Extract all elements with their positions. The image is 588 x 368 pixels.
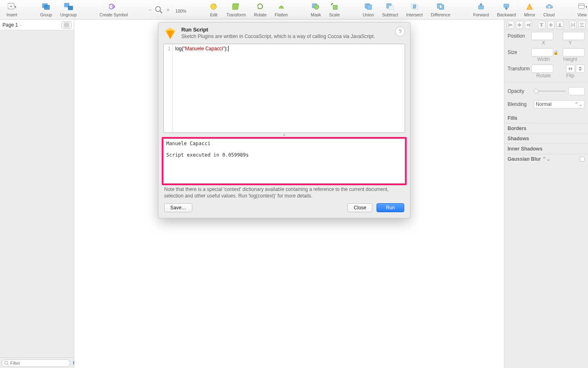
close-button[interactable]: Close (347, 203, 372, 212)
svg-rect-4 (45, 5, 49, 9)
borders-section[interactable]: Borders (504, 123, 588, 133)
zoom-in-button[interactable]: + (165, 7, 171, 13)
svg-rect-16 (367, 5, 372, 9)
chevron-down-icon: ⌵ (20, 23, 22, 27)
svg-line-8 (160, 11, 162, 13)
shadows-section[interactable]: Shadows (504, 133, 588, 144)
insert-button[interactable]: ＋▾ Insert (2, 2, 21, 17)
svg-marker-55 (568, 67, 570, 70)
svg-rect-10 (232, 4, 239, 9)
magnifier-icon (155, 6, 163, 14)
svg-rect-30 (64, 25, 66, 27)
splitter-handle[interactable]: ● (158, 133, 410, 136)
code-content[interactable]: log("Manuele Capacci"); (173, 44, 405, 132)
svg-marker-23 (527, 4, 532, 9)
chevron-updown-icon: ⌃⌄ (575, 101, 583, 107)
page-selector[interactable]: Page 1 ⌵ (2, 22, 62, 28)
toolbar: ＋▾ Insert Group Ungroup Create Symbol − … (0, 0, 588, 20)
script-output: Manuele Capacci Script executed in 0.059… (163, 139, 405, 184)
mirror-button[interactable]: Mirror (520, 2, 539, 17)
layers-sidebar: Page 1 ⌵ 0 0 (0, 20, 74, 368)
svg-line-33 (7, 364, 9, 365)
transform-button[interactable]: Transform (222, 2, 249, 17)
fills-section[interactable]: Fills (504, 113, 588, 123)
svg-rect-46 (550, 23, 552, 27)
distribute-h-button[interactable] (569, 21, 577, 29)
sketch-app-icon (163, 27, 177, 40)
svg-rect-31 (67, 25, 69, 27)
svg-rect-42 (527, 24, 530, 26)
opacity-label: Opacity (508, 88, 531, 94)
backward-button[interactable]: Backward (493, 2, 520, 17)
create-symbol-label: Create Symbol (100, 12, 128, 17)
chevron-updown-icon: ⌃⌄ (542, 156, 550, 162)
save-button[interactable]: Save… (164, 203, 192, 212)
run-button[interactable]: Run (376, 203, 404, 212)
position-y-input[interactable] (563, 32, 585, 40)
scale-button[interactable]: Scale (325, 2, 344, 17)
edit-button[interactable]: Edit (205, 2, 222, 17)
zoom-out-button[interactable]: − (147, 7, 153, 13)
rotate-button[interactable]: Rotate (250, 2, 271, 17)
subtract-button[interactable]: Subtract (378, 2, 402, 17)
svg-point-32 (4, 361, 8, 364)
svg-marker-56 (571, 67, 572, 70)
gaussian-blur-checkbox[interactable] (580, 157, 585, 162)
svg-rect-51 (572, 24, 573, 26)
ungroup-button[interactable]: Ungroup (56, 2, 80, 17)
svg-marker-57 (579, 67, 582, 68)
opacity-slider[interactable] (534, 90, 566, 92)
distribute-v-button[interactable] (578, 21, 586, 29)
svg-rect-44 (541, 24, 542, 27)
align-left-button[interactable] (507, 21, 514, 29)
svg-rect-20 (413, 5, 416, 8)
align-right-button[interactable] (525, 21, 532, 29)
script-editor[interactable]: 1 log("Manuele Capacci"); (163, 44, 405, 133)
align-vcenter-button[interactable] (547, 21, 555, 29)
search-icon (4, 361, 9, 366)
create-symbol-button[interactable]: Create Symbol (96, 2, 132, 17)
height-input[interactable] (563, 48, 585, 56)
blending-select[interactable]: Normal ⌃⌄ (534, 100, 585, 108)
blending-label: Blending (508, 101, 531, 107)
svg-rect-38 (509, 24, 512, 26)
mask-button[interactable]: Mask (307, 2, 325, 17)
size-label: Size (508, 49, 531, 55)
rotate-input[interactable] (531, 65, 553, 73)
svg-rect-14 (333, 5, 337, 9)
help-button[interactable]: ? (395, 27, 405, 36)
svg-rect-6 (68, 6, 73, 10)
opacity-input[interactable] (568, 87, 585, 95)
group-button[interactable]: Group (36, 2, 56, 17)
svg-point-13 (314, 4, 319, 9)
svg-text:＋: ＋ (9, 3, 13, 9)
svg-rect-28 (64, 23, 66, 25)
svg-text:▾: ▾ (15, 4, 16, 10)
svg-rect-54 (581, 25, 583, 25)
position-label: Position (508, 33, 531, 39)
gaussian-blur-section[interactable]: Gaussian Blur ⌃⌄ (504, 154, 588, 164)
svg-rect-17 (389, 6, 393, 9)
flatten-button[interactable]: Flatten (271, 2, 292, 17)
align-top-button[interactable] (538, 21, 545, 29)
line-gutter: 1 (164, 44, 173, 132)
intersect-button[interactable]: Intersect (402, 2, 427, 17)
cloud-button[interactable]: Cloud (539, 2, 559, 17)
lock-icon[interactable]: 🔒 (553, 50, 558, 55)
layer-filter-input[interactable] (2, 359, 70, 367)
align-bottom-button[interactable] (556, 21, 564, 29)
union-button[interactable]: Union (359, 2, 378, 17)
align-hcenter-button[interactable] (516, 21, 523, 29)
difference-button[interactable]: Difference (427, 2, 454, 17)
view-button[interactable]: ▾ View (573, 2, 588, 17)
group-label: Group (40, 12, 52, 17)
flip-v-button[interactable] (576, 65, 585, 73)
ungroup-label: Ungroup (60, 12, 76, 17)
flip-h-button[interactable] (566, 65, 575, 73)
artboard-grid-icon[interactable] (62, 21, 71, 29)
inner-shadows-section[interactable]: Inner Shadows (504, 144, 588, 154)
svg-rect-24 (579, 4, 584, 9)
width-input[interactable] (531, 48, 553, 56)
position-x-input[interactable] (531, 32, 553, 40)
forward-button[interactable]: Forward (469, 2, 493, 17)
